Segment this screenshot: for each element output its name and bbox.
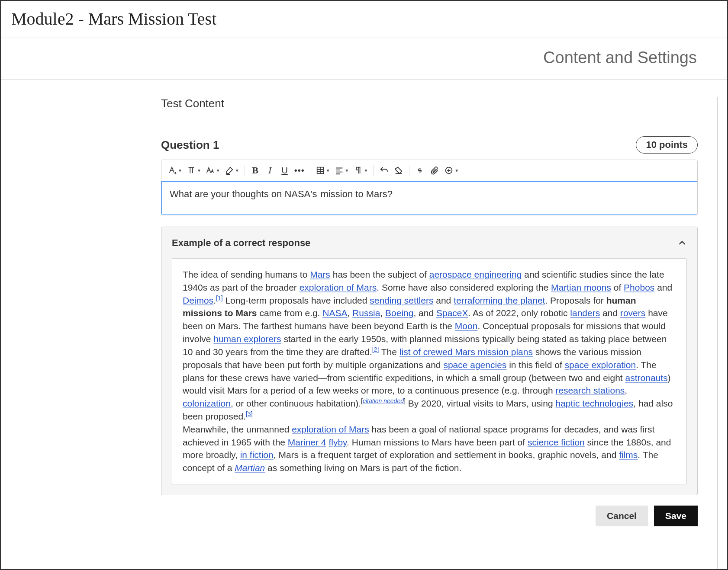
table-dropdown[interactable]: ▼ (314, 163, 332, 177)
attachment-button[interactable] (428, 163, 441, 177)
test-content-label: Test Content (161, 97, 698, 110)
link-rovers[interactable]: rovers (620, 308, 645, 318)
link-mars[interactable]: Mars (310, 269, 330, 279)
ref-1[interactable]: [1] (216, 295, 223, 301)
toolbar-separator (245, 165, 245, 176)
points-pill[interactable]: 10 points (636, 136, 698, 154)
ref-3[interactable]: [3] (246, 410, 253, 417)
cancel-button[interactable]: Cancel (596, 506, 648, 526)
ref-2[interactable]: [2] (372, 346, 379, 353)
paragraph-format-dropdown[interactable]: ▼ (185, 163, 203, 177)
link-space-agencies[interactable]: space agencies (443, 360, 506, 370)
font-family-dropdown[interactable]: ▼ (204, 163, 222, 177)
italic-button[interactable]: I (263, 163, 277, 177)
example-response-panel: Example of a correct response The idea o… (161, 227, 698, 495)
toolbar-separator (310, 165, 310, 176)
link-citation-needed[interactable]: citation needed (363, 397, 404, 404)
link-button[interactable] (413, 163, 427, 177)
chevron-up-icon (677, 238, 687, 248)
link-boeing[interactable]: Boeing (385, 308, 413, 318)
divider (1, 79, 727, 80)
link-landers[interactable]: landers (570, 308, 600, 318)
question-label: Question 1 (161, 138, 219, 152)
example-response-body: The idea of sending humans to Mars has b… (172, 258, 687, 484)
link-haptic[interactable]: haptic technologies (556, 398, 634, 408)
footer-buttons: Cancel Save (161, 506, 698, 526)
link-moon[interactable]: Moon (455, 321, 478, 331)
bold-button[interactable]: B (248, 163, 262, 177)
citation-needed: [citation needed] (361, 397, 406, 404)
align-dropdown[interactable]: ▼ (333, 163, 351, 177)
rich-text-editor: ▼ ▼ ▼ ▼ B I U ••• (161, 160, 698, 215)
page-title: Module2 - Mars Mission Test (1, 1, 727, 38)
clear-formatting-button[interactable] (392, 163, 406, 177)
scroll-track[interactable] (717, 97, 718, 570)
toolbar-separator (373, 165, 374, 176)
link-exploration-of-mars-2[interactable]: exploration of Mars (292, 424, 369, 434)
link-russia[interactable]: Russia (352, 308, 380, 318)
link-martian[interactable]: Martian (235, 463, 265, 473)
link-human-explorers[interactable]: human explorers (213, 334, 281, 344)
link-in-fiction[interactable]: in fiction (240, 450, 274, 460)
question-text-input[interactable]: What are your thoughts on NASA's mission… (161, 181, 698, 215)
link-films[interactable]: films (619, 450, 638, 460)
text-style-dropdown[interactable]: ▼ (166, 163, 184, 177)
save-button[interactable]: Save (654, 506, 698, 526)
insert-dropdown[interactable]: ▼ (442, 163, 461, 177)
link-spacex[interactable]: SpaceX (436, 308, 468, 318)
highlight-color-dropdown[interactable]: ▼ (223, 163, 241, 177)
editor-text-before: What are your thoughts on NASA's (170, 189, 317, 199)
link-mariner-4[interactable]: Mariner 4 (288, 437, 326, 447)
underline-button[interactable]: U (278, 163, 292, 177)
link-colonization[interactable]: colonization (183, 398, 231, 408)
section-header: Content and Settings (1, 38, 727, 79)
link-science-fiction[interactable]: science fiction (528, 437, 585, 447)
link-flyby[interactable]: flyby (329, 437, 347, 447)
more-formatting-button[interactable]: ••• (293, 163, 306, 177)
link-terraforming[interactable]: terraforming the planet (454, 295, 545, 305)
link-martian-moons[interactable]: Martian moons (551, 282, 611, 292)
link-research-stations[interactable]: research stations (555, 385, 625, 395)
toolbar-separator (409, 165, 409, 176)
link-nasa[interactable]: NASA (322, 308, 347, 318)
editor-toolbar: ▼ ▼ ▼ ▼ B I U ••• (161, 160, 697, 181)
editor-text-after: mission to Mars? (318, 189, 392, 199)
link-phobos[interactable]: Phobos (624, 282, 654, 292)
link-deimos[interactable]: Deimos (183, 295, 213, 305)
link-astronauts[interactable]: astronauts (625, 373, 668, 383)
link-aerospace-engineering[interactable]: aerospace engineering (429, 269, 522, 279)
link-list-crewed-plans[interactable]: list of crewed Mars mission plans (399, 347, 533, 357)
example-response-toggle[interactable]: Example of a correct response (172, 237, 687, 249)
undo-button[interactable] (377, 163, 391, 177)
link-exploration-of-mars[interactable]: exploration of Mars (300, 282, 377, 292)
example-response-label: Example of a correct response (172, 237, 310, 249)
paragraph-direction-dropdown[interactable]: ▼ (351, 163, 370, 177)
link-space-exploration[interactable]: space exploration (565, 360, 636, 370)
link-sending-settlers[interactable]: sending settlers (370, 295, 433, 305)
